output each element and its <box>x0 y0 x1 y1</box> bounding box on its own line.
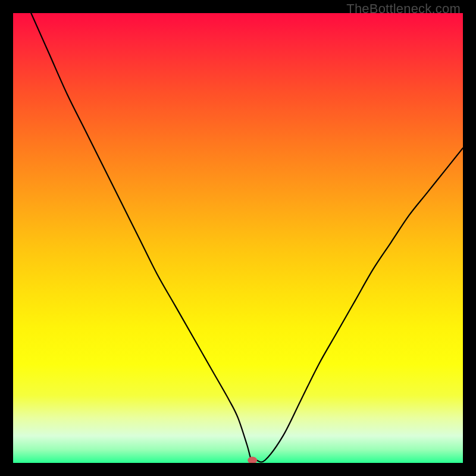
bottleneck-curve <box>31 13 463 462</box>
watermark-text: TheBottleneck.com <box>346 1 461 17</box>
chart-svg <box>13 13 463 463</box>
bottleneck-marker <box>248 456 257 463</box>
chart-frame: TheBottleneck.com <box>0 0 476 476</box>
